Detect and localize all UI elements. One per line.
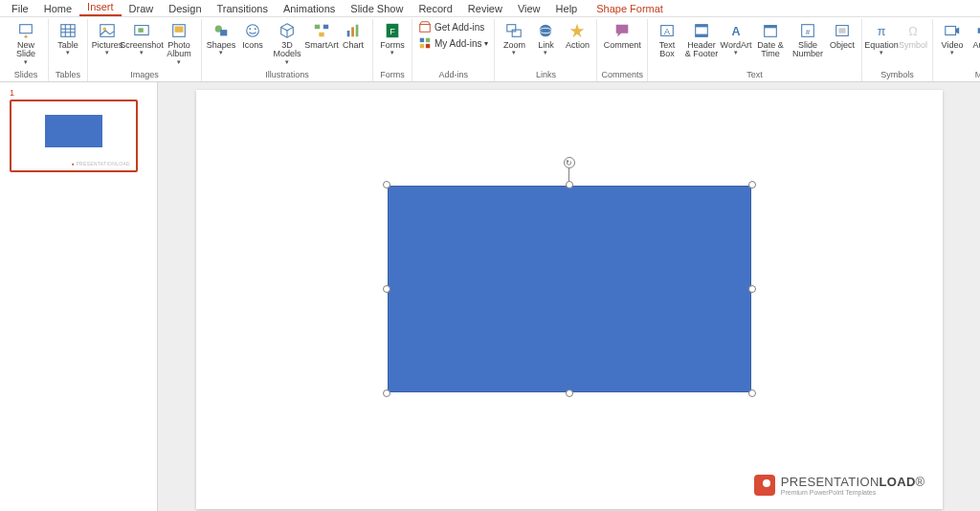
svg-text:π: π xyxy=(878,25,886,38)
chart-icon xyxy=(344,21,363,40)
svg-rect-16 xyxy=(220,30,227,35)
svg-rect-9 xyxy=(100,25,114,37)
chevron-down-icon: ▾ xyxy=(285,60,289,64)
svg-rect-33 xyxy=(420,38,424,42)
resize-handle-bottom-middle[interactable] xyxy=(566,389,573,397)
smartart-button[interactable]: SmartArt xyxy=(306,19,337,50)
screenshot-button[interactable]: Screenshot▾ xyxy=(123,19,160,56)
table-icon xyxy=(58,21,78,40)
resize-handle-middle-right[interactable] xyxy=(748,285,756,293)
get-addins-button[interactable]: Get Add-ins xyxy=(416,19,490,34)
action-button[interactable]: Action xyxy=(562,19,592,50)
menu-view[interactable]: View xyxy=(510,1,548,16)
object-button[interactable]: Object xyxy=(827,19,858,50)
table-button[interactable]: Table▾ xyxy=(53,19,83,56)
resize-handle-middle-left[interactable] xyxy=(383,285,390,293)
menu-home[interactable]: Home xyxy=(36,1,79,16)
resize-handle-top-right[interactable] xyxy=(748,181,756,189)
svg-text:#: # xyxy=(806,28,811,36)
icons-button[interactable]: Icons xyxy=(237,19,268,50)
selected-rectangle-shape[interactable]: ↻ xyxy=(388,186,751,392)
3d-models-button[interactable]: 3D Models▾ xyxy=(269,19,305,64)
menu-insert[interactable]: Insert xyxy=(79,0,122,16)
chart-button[interactable]: Chart xyxy=(338,19,368,50)
ribbon-group-forms: FForms▾Forms xyxy=(373,19,412,81)
shapes-button[interactable]: Shapes▾ xyxy=(206,19,236,56)
svg-rect-56 xyxy=(946,27,956,35)
comment-button[interactable]: Comment xyxy=(607,19,637,50)
workspace: 1 ● PRESENTATIONLOAD ↻ xyxy=(0,82,980,511)
chevron-down-icon: ▾ xyxy=(140,51,144,55)
ribbon-group-links: Zoom▾Link▾ActionLinks xyxy=(495,19,597,81)
menu-review[interactable]: Review xyxy=(460,1,510,16)
svg-rect-12 xyxy=(138,28,143,33)
chevron-down-icon: ▾ xyxy=(390,51,394,55)
ribbon-group-media: Video▾Audio▾Screen RecordingMedia xyxy=(933,19,980,81)
forms-button[interactable]: FForms▾ xyxy=(377,19,408,56)
slide-number-icon: # xyxy=(798,21,817,40)
header-footer-button[interactable]: Header & Footer xyxy=(683,19,720,59)
forms-icon: F xyxy=(383,21,402,40)
resize-handle-top-middle[interactable] xyxy=(566,181,573,189)
pictures-button[interactable]: Pictures▾ xyxy=(92,19,122,56)
video-button[interactable]: Video▾ xyxy=(937,19,968,56)
icons-label: Icons xyxy=(242,41,263,50)
menu-shape-format[interactable]: Shape Format xyxy=(589,1,671,16)
ribbon-group-add-ins: Get Add-insMy Add-ins ▾Add-ins xyxy=(412,19,495,81)
comment-icon xyxy=(612,21,632,40)
equation-button[interactable]: πEquation▾ xyxy=(866,19,897,56)
slide-number-button[interactable]: #Slide Number xyxy=(790,19,826,59)
group-label: Images xyxy=(92,69,197,81)
slide-number-label: Slide Number xyxy=(792,41,823,59)
svg-rect-49 xyxy=(765,26,777,29)
group-label: Comments xyxy=(601,69,643,81)
svg-text:Ω: Ω xyxy=(908,25,917,38)
equation-icon: π xyxy=(872,21,891,40)
symbol-button: ΩSymbol xyxy=(898,19,928,50)
menu-record[interactable]: Record xyxy=(411,1,459,16)
date-time-button[interactable]: Date & Time xyxy=(752,19,789,59)
menu-draw[interactable]: Draw xyxy=(122,1,162,16)
chevron-down-icon: ▾ xyxy=(177,60,181,64)
textbox-button[interactable]: AText Box xyxy=(652,19,682,59)
resize-handle-bottom-left[interactable] xyxy=(383,389,390,397)
rectangle-fill xyxy=(388,186,751,392)
photo-album-button[interactable]: Photo Album▾ xyxy=(161,19,197,64)
ribbon-group-tables: Table▾Tables xyxy=(49,19,88,81)
thumbnail-number: 1 xyxy=(10,88,14,98)
chevron-down-icon: ▾ xyxy=(950,51,954,55)
menu-slide-show[interactable]: Slide Show xyxy=(343,1,411,16)
svg-rect-24 xyxy=(315,25,320,30)
svg-point-39 xyxy=(540,25,552,37)
zoom-button[interactable]: Zoom▾ xyxy=(499,19,529,56)
wordart-button[interactable]: AWordArt▾ xyxy=(721,19,751,56)
new-slide-button[interactable]: New Slide▾ xyxy=(8,19,44,64)
svg-rect-38 xyxy=(513,30,522,36)
watermark-logo-icon xyxy=(754,475,775,496)
rotation-handle[interactable]: ↻ xyxy=(564,157,575,168)
3d-models-icon xyxy=(278,21,297,40)
wordart-icon: A xyxy=(726,21,746,40)
chevron-down-icon: ▾ xyxy=(512,51,516,55)
my-addins-button[interactable]: My Add-ins ▾ xyxy=(416,35,490,51)
menu-design[interactable]: Design xyxy=(161,1,209,16)
slide-canvas[interactable]: ↻ PRESENTATIONLOAD® Premium PowerPoint T… xyxy=(196,90,943,509)
link-button[interactable]: Link▾ xyxy=(530,19,561,56)
resize-handle-top-left[interactable] xyxy=(383,181,390,189)
svg-marker-41 xyxy=(570,24,584,37)
menu-animations[interactable]: Animations xyxy=(276,1,343,16)
photo-album-label: Photo Album xyxy=(167,41,191,59)
share-button[interactable] xyxy=(961,1,976,16)
audio-icon xyxy=(974,21,980,40)
chevron-down-icon: ▾ xyxy=(219,51,223,55)
group-label: Add-ins xyxy=(416,69,490,81)
object-icon xyxy=(833,21,852,40)
audio-button[interactable]: Audio▾ xyxy=(969,19,980,56)
menu-help[interactable]: Help xyxy=(548,1,586,16)
new-slide-label: New Slide xyxy=(16,41,35,59)
resize-handle-bottom-right[interactable] xyxy=(748,389,756,397)
slide-thumbnail-1[interactable]: ● PRESENTATIONLOAD xyxy=(10,100,138,172)
menu-transitions[interactable]: Transitions xyxy=(210,1,276,16)
menu-file[interactable]: File xyxy=(4,1,36,16)
ribbon-group-text: AText BoxHeader & FooterAWordArt▾Date & … xyxy=(648,19,862,81)
